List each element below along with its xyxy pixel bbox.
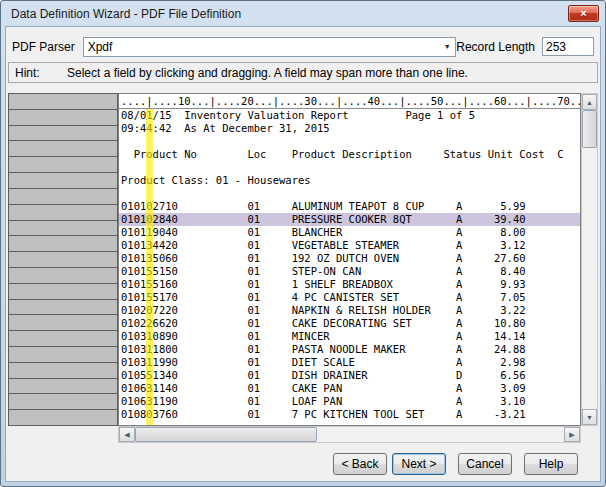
- field-grid-cell: [8, 109, 118, 126]
- report-line[interactable]: 010134420 01 VEGETABLE STEAMER A 3.12: [119, 239, 580, 252]
- hint-panel: Hint: Select a field by clicking and dra…: [8, 62, 598, 83]
- field-grid-cell: [8, 204, 118, 221]
- arrow-left-icon: ◀: [124, 431, 129, 439]
- report-line[interactable]: 010311800 01 PASTA NOODLE MAKER A 24.88: [119, 343, 580, 356]
- report-header-line[interactable]: [119, 161, 580, 174]
- parser-row: PDF Parser Xpdf ▼ Record Length: [12, 36, 594, 57]
- field-grid-cell: [8, 362, 118, 379]
- hint-text: Select a field by clicking and dragging.…: [67, 66, 468, 80]
- report-line[interactable]: 010226620 01 CAKE DECORATING SET A 10.80: [119, 317, 580, 330]
- scroll-up-button[interactable]: ▲: [582, 94, 597, 110]
- field-grid-cell: [8, 93, 118, 110]
- field-grid-cell: [8, 220, 118, 237]
- report-line[interactable]: 010135060 01 192 OZ DUTCH OVEN A 27.60: [119, 252, 580, 265]
- vertical-scroll-thumb[interactable]: [582, 110, 597, 148]
- next-button[interactable]: Next >: [392, 453, 446, 475]
- report-line[interactable]: 010155160 01 1 SHELF BREADBOX A 9.93: [119, 278, 580, 291]
- scrollbar-corner: [581, 426, 598, 443]
- report-header-line[interactable]: [119, 187, 580, 200]
- dialog-client-area: PDF Parser Xpdf ▼ Record Length Hint: Se…: [5, 26, 601, 482]
- report-line[interactable]: 010155170 01 4 PC CANISTER SET A 7.05: [119, 291, 580, 304]
- field-grid-cell: [8, 393, 118, 410]
- button-row: < Back Next > Cancel Help: [328, 453, 578, 475]
- arrow-down-icon: ▼: [586, 414, 593, 421]
- field-grid-cell: [8, 330, 118, 347]
- field-grid-cell: [8, 346, 118, 363]
- field-grid-cell: [8, 125, 118, 142]
- dialog-window: Data Definition Wizard - PDF File Defini…: [0, 0, 606, 487]
- vertical-scroll-track[interactable]: [582, 110, 597, 409]
- field-grid-cell: [8, 378, 118, 395]
- report-line[interactable]: 010119040 01 BLANCHER A 8.00: [119, 226, 580, 239]
- pdf-preview: ....|....10...|....20...|....30...|....4…: [8, 93, 598, 443]
- record-length-label: Record Length: [456, 40, 535, 54]
- close-icon: ×: [580, 8, 586, 19]
- horizontal-scroll-thumb[interactable]: [135, 427, 317, 442]
- pdf-parser-select[interactable]: Xpdf ▼: [83, 37, 457, 57]
- report-header-line[interactable]: 09:44:42 As At December 31, 2015: [119, 122, 580, 135]
- report-line[interactable]: 010102840 01 PRESSURE COOKER 8QT A 39.40: [119, 213, 580, 226]
- field-grid-cell: [8, 140, 118, 157]
- field-grid-cell: [8, 267, 118, 284]
- scroll-right-button[interactable]: ▶: [564, 427, 580, 442]
- pdf-parser-value: Xpdf: [84, 40, 440, 54]
- report-area[interactable]: ....|....10...|....20...|....30...|....4…: [118, 93, 581, 426]
- record-length-input[interactable]: [542, 37, 594, 56]
- field-grid: [8, 93, 118, 426]
- report-line[interactable]: 010155150 01 STEP-ON CAN A 8.40: [119, 265, 580, 278]
- report-header-line[interactable]: Product No Loc Product Description Statu…: [119, 148, 580, 161]
- pdf-parser-label: PDF Parser: [12, 40, 75, 54]
- field-grid-cell: [8, 283, 118, 300]
- arrow-right-icon: ▶: [569, 431, 574, 439]
- field-grid-cell: [8, 188, 118, 205]
- field-grid-cell: [8, 314, 118, 331]
- field-grid-cell: [8, 251, 118, 268]
- cancel-button[interactable]: Cancel: [458, 453, 512, 475]
- field-grid-cell: [8, 409, 118, 426]
- report-line[interactable]: 010102710 01 ALUMINUM TEAPOT 8 CUP A 5.9…: [119, 200, 580, 213]
- report-header-line[interactable]: [119, 135, 580, 148]
- scroll-down-button[interactable]: ▼: [582, 409, 597, 425]
- report-line[interactable]: 010631140 01 CAKE PAN A 3.09: [119, 382, 580, 395]
- report-line[interactable]: 010803760 01 7 PC KITCHEN TOOL SET A -3.…: [119, 408, 580, 421]
- report-line[interactable]: 010207220 01 NAPKIN & RELISH HOLDER A 3.…: [119, 304, 580, 317]
- window-title: Data Definition Wizard - PDF File Defini…: [11, 7, 241, 21]
- vertical-scrollbar[interactable]: ▲ ▼: [581, 93, 598, 426]
- report-line[interactable]: 010631190 01 LOAF PAN A 3.10: [119, 395, 580, 408]
- report-header-line[interactable]: Product Class: 01 - Housewares: [119, 174, 580, 187]
- field-grid-cell: [8, 156, 118, 173]
- field-grid-cell: [8, 172, 118, 189]
- help-button[interactable]: Help: [524, 453, 578, 475]
- field-grid-cell: [8, 235, 118, 252]
- title-bar[interactable]: Data Definition Wizard - PDF File Defini…: [5, 1, 601, 26]
- close-button[interactable]: ×: [568, 5, 599, 22]
- scroll-left-button[interactable]: ◀: [119, 427, 135, 442]
- report-line[interactable]: 010311990 01 DIET SCALE A 2.98: [119, 356, 580, 369]
- column-ruler: ....|....10...|....20...|....30...|....4…: [119, 94, 580, 109]
- field-grid-cell: [8, 299, 118, 316]
- arrow-up-icon: ▲: [586, 99, 593, 106]
- horizontal-scroll-track[interactable]: [135, 427, 564, 442]
- selected-column-highlight[interactable]: [146, 109, 153, 425]
- report-line[interactable]: 010310890 01 MINCER A 14.14: [119, 330, 580, 343]
- back-button[interactable]: < Back: [333, 453, 387, 475]
- horizontal-scrollbar[interactable]: ◀ ▶: [118, 426, 581, 443]
- chevron-down-icon[interactable]: ▼: [439, 43, 455, 50]
- report-text[interactable]: 08/01/15 Inventory Valuation Report Page…: [119, 109, 580, 425]
- report-line[interactable]: 010551340 01 DISH DRAINER D 6.56: [119, 369, 580, 382]
- hint-label: Hint:: [9, 66, 67, 80]
- report-header-line[interactable]: 08/01/15 Inventory Valuation Report Page…: [119, 109, 580, 122]
